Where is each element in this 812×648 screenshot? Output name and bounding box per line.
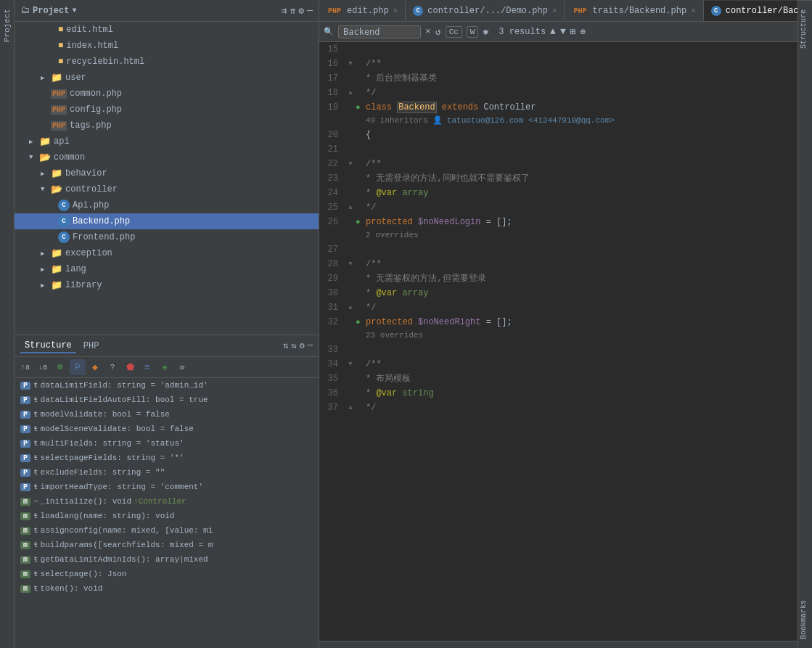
list-item[interactable]: P ŧ dataLimitField: string = 'admin_id' (15, 378, 319, 393)
search-w-btn[interactable]: W (467, 26, 479, 38)
close-icon[interactable]: × (691, 7, 696, 15)
struct-btn-2[interactable]: P (70, 359, 86, 375)
list-item[interactable]: PHP common.php (15, 86, 319, 102)
list-item[interactable]: m ŧ loadlang(name: string): void (15, 509, 319, 523)
tab-demo-php[interactable]: C controller/.../Demo.php × (406, 1, 565, 21)
line-code[interactable]: */ (366, 300, 797, 315)
fold-gutter[interactable]: ▼ (345, 257, 356, 271)
gutter-icon-area[interactable]: ● (356, 215, 366, 229)
list-item[interactable]: ▶ 📁 exception (15, 245, 319, 261)
line-code[interactable]: protected $noNeedLogin = []; (366, 215, 797, 229)
line-code[interactable]: /** (366, 157, 797, 171)
gutter-icon-area[interactable]: ● (356, 315, 366, 329)
list-item[interactable]: ▶ 📁 library (15, 277, 319, 293)
list-item[interactable]: ▶ 📁 api (15, 134, 319, 149)
line-code[interactable]: * 无需鉴权的方法,但需要登录 (366, 271, 797, 286)
horizontal-scrollbar[interactable] (319, 641, 797, 648)
list-item[interactable]: C Api.php (15, 197, 319, 213)
struct-sort-alpha[interactable]: ↑a (17, 359, 33, 375)
search-plus-btn[interactable]: ⊕ (581, 26, 586, 38)
tab-edit-php[interactable]: PHP edit.php × (319, 1, 406, 21)
fold-gutter[interactable]: ▼ (345, 157, 356, 171)
struct-sort2-btn[interactable]: ⇆ (291, 340, 296, 351)
list-item[interactable]: m ŧ buildparams([searchfields: mixed = m (15, 538, 319, 552)
file-tree-dropdown-icon[interactable]: ▼ (72, 7, 76, 15)
list-item[interactable]: m ŧ getDataLimitAdminIds(): array|mixed (15, 552, 319, 567)
bookmarks-side-label[interactable]: Bookmarks (798, 591, 812, 648)
fold-gutter[interactable]: ▼ (345, 57, 356, 71)
structure-side-label[interactable]: Structure (798, 0, 812, 57)
line-code[interactable]: * 后台控制器基类 (366, 71, 797, 86)
line-code[interactable]: /** (366, 357, 797, 372)
search-next-btn[interactable]: ▼ (560, 26, 566, 37)
list-item[interactable]: P ŧ dataLimitFieldAutoFill: bool = true (15, 393, 319, 407)
php-tab[interactable]: PHP (79, 340, 104, 353)
search-input[interactable] (343, 27, 416, 37)
list-item[interactable]: C Frontend.php (15, 229, 319, 245)
list-item[interactable]: m ŧ token(): void (15, 581, 319, 596)
fold-gutter[interactable]: ▼ (345, 357, 356, 372)
fold-gutter[interactable]: ▲ (345, 401, 356, 415)
line-code[interactable]: /** (366, 257, 797, 271)
struct-btn-6[interactable]: ≡ (139, 359, 155, 375)
list-item[interactable]: ▶ 📁 lang (15, 261, 319, 277)
list-item[interactable]: m − _initialize(): void ↑Controller (15, 494, 319, 509)
file-tree-btn-2[interactable]: ⇈ (290, 5, 296, 17)
list-item[interactable]: m ŧ selectpage(): Json (15, 567, 319, 581)
list-item[interactable]: C Backend.php (15, 213, 319, 229)
list-item[interactable]: ▶ 📁 user (15, 70, 319, 86)
line-code[interactable]: { (366, 128, 797, 142)
project-strip-label[interactable]: Project (1, 0, 14, 51)
list-item[interactable]: P ŧ multiFields: string = 'status' (15, 436, 319, 451)
list-item[interactable]: ▼ 📂 controller (15, 181, 319, 197)
search-prev-btn[interactable]: ▲ (550, 26, 556, 37)
line-code[interactable]: * 布局模板 (366, 372, 797, 386)
list-item[interactable]: ▼ 📂 common (15, 149, 319, 165)
list-item[interactable]: PHP config.php (15, 102, 319, 118)
search-star-btn[interactable]: ✱ (483, 26, 488, 38)
struct-settings-btn[interactable]: ⚙ (300, 340, 305, 351)
line-code[interactable]: * 无需登录的方法,同时也就不需要鉴权了 (366, 171, 797, 186)
struct-btn-7[interactable]: ⊕ (157, 359, 173, 375)
line-code[interactable]: protected $noNeedRight = []; (366, 315, 797, 329)
struct-btn-3[interactable]: ◆ (87, 359, 103, 375)
fold-gutter[interactable]: ▲ (345, 200, 356, 215)
search-expand-btn[interactable]: ⊞ (570, 26, 576, 38)
list-item[interactable]: ■ recyclebin.html (15, 54, 319, 70)
file-tree-minimize[interactable]: — (307, 5, 313, 16)
list-item[interactable]: P ŧ modelValidate: bool = false (15, 407, 319, 422)
file-tree-settings[interactable]: ⚙ (298, 5, 304, 17)
line-code[interactable]: class Backend extends Controller (366, 100, 797, 115)
close-icon[interactable]: × (393, 7, 398, 15)
tab-controller-backend[interactable]: C controller/Backend.php × (704, 1, 797, 21)
struct-btn-4[interactable]: ? (104, 359, 120, 375)
list-item[interactable]: ▶ 📁 behavior (15, 165, 319, 181)
close-icon[interactable]: × (552, 7, 557, 15)
list-item[interactable]: P ŧ modelSceneValidate: bool = false (15, 422, 319, 436)
struct-sort-alpha2[interactable]: ↓a (35, 359, 51, 375)
list-item[interactable]: P ŧ importHeadType: string = 'comment' (15, 480, 319, 494)
line-code[interactable]: */ (366, 401, 797, 415)
line-code[interactable]: /** (366, 57, 797, 71)
list-item[interactable]: PHP tags.php (15, 118, 319, 134)
line-code[interactable]: */ (366, 200, 797, 215)
gutter-icon-area[interactable]: ● (356, 100, 366, 115)
line-code[interactable]: * @var string (366, 386, 797, 401)
struct-btn-1[interactable]: ⊕ (52, 359, 68, 375)
tab-traits-backend[interactable]: PHP traits/Backend.php × (565, 1, 703, 21)
search-cc-btn[interactable]: Cc (446, 26, 462, 38)
struct-more-btn[interactable]: » (174, 359, 190, 375)
fold-gutter[interactable]: ▲ (345, 300, 356, 315)
line-code[interactable]: * @var array (366, 286, 797, 300)
list-item[interactable]: ■ edit.html (15, 22, 319, 38)
structure-tab[interactable]: Structure (20, 339, 76, 353)
project-strip[interactable]: Project (0, 0, 15, 648)
file-tree-btn-1[interactable]: ⇉ (282, 5, 287, 17)
struct-btn-5[interactable]: ⬟ (122, 359, 138, 375)
line-code[interactable]: * @var array (366, 186, 797, 200)
list-item[interactable]: P ŧ selectpageFields: string = '*' (15, 451, 319, 465)
struct-minimize-btn[interactable]: — (308, 340, 313, 351)
list-item[interactable]: m ŧ assignconfig(name: mixed, [value: mi (15, 523, 319, 538)
struct-sort-btn[interactable]: ⇅ (283, 340, 288, 351)
search-close-btn[interactable]: × (425, 26, 431, 37)
